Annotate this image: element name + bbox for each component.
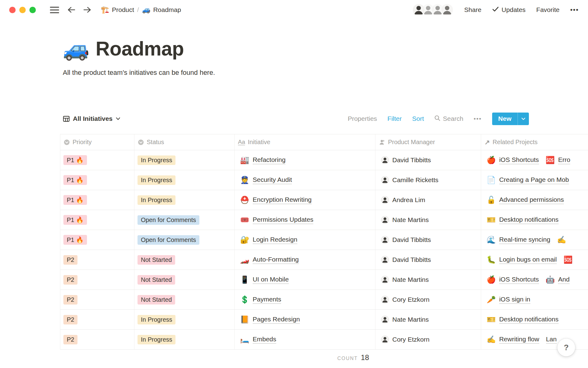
priority-tag[interactable]: P2 [63,335,77,344]
initiative-link[interactable]: Encryption Rewriting [253,196,312,204]
related-project-link[interactable]: Lan [546,335,557,344]
new-button[interactable]: New [492,113,529,125]
priority-tag[interactable]: P1 🔥 [63,155,87,165]
properties-button[interactable]: Properties [348,115,377,122]
column-header-related-projects[interactable]: ↗ Related Projects [481,134,588,150]
chevron-down-icon [116,116,120,121]
breadcrumb-item-roadmap[interactable]: 🚙 Roadmap [142,6,181,13]
initiative-link[interactable]: Embeds [253,335,276,344]
related-project-link[interactable]: Desktop notifications [499,216,559,224]
pm-cell[interactable]: David Tibbitts [375,250,481,270]
pm-cell[interactable]: Nate Martins [375,270,481,289]
search-button[interactable]: Search [434,115,463,123]
view-more-options-icon[interactable]: ••• [474,115,482,122]
favorite-button[interactable]: Favorite [536,6,560,13]
breadcrumb-item-product[interactable]: 🏗️ Product [101,6,134,13]
avatar [381,216,389,224]
column-header-priority[interactable]: Priority [60,134,134,150]
related-project-link[interactable]: Rewriting flow [499,335,539,344]
table-header-row: Priority Initiative Status Aa Initiative… [60,134,588,150]
pm-cell[interactable]: David Tibbitts [375,230,481,250]
initiative-link[interactable]: Payments [253,296,281,304]
page-emoji-icon: 📙 [240,316,249,323]
car-icon: 🚙 [142,6,150,13]
related-project-link[interactable]: Real-time syncing [499,236,550,244]
collaborator-avatars[interactable] [412,3,454,16]
status-tag[interactable]: In Progress [138,195,175,205]
related-project-link[interactable]: And [558,276,569,284]
close-window-button[interactable] [9,7,16,13]
related-project-link[interactable]: Advanced permissions [499,196,564,204]
minimize-window-button[interactable] [19,7,26,13]
pm-cell[interactable]: Nate Martins [375,210,481,230]
pm-cell[interactable]: Nate Martins [375,310,481,329]
related-project-link[interactable]: Desktop notifications [499,316,559,324]
pm-cell[interactable]: Cory Etzkorn [375,290,481,309]
view-selector[interactable]: All Initiatives [63,115,120,122]
related-project-link[interactable]: Creating a Page on Mob [499,176,569,184]
status-tag[interactable]: Open for Comments [138,215,199,225]
status-tag[interactable]: Not Started [138,255,175,265]
page-emoji-icon: 🏭 [240,156,249,164]
related-project-link[interactable]: Erro [558,156,570,164]
pm-name: Camille Ricketts [392,176,439,184]
filter-button[interactable]: Filter [387,115,402,122]
status-tag[interactable]: Not Started [138,275,175,285]
sort-button[interactable]: Sort [412,115,424,122]
new-dropdown-chevron-icon[interactable] [518,113,529,125]
zoom-window-button[interactable] [29,7,36,13]
table-count[interactable]: COUNT18 [60,353,372,362]
priority-tag[interactable]: P2 [63,315,77,324]
page-icon[interactable]: 🚙 [63,38,89,59]
pm-cell[interactable]: Camille Ricketts [375,170,481,190]
initiative-link[interactable]: Permissions Updates [253,216,313,224]
related-project-link[interactable]: Login bugs on email [499,256,557,264]
status-tag[interactable]: In Progress [138,155,175,165]
column-header-status[interactable]: Initiative Status [134,134,235,150]
status-tag[interactable]: In Progress [138,175,175,185]
page-emoji-icon: 📄 [487,176,496,184]
table-row: P1 🔥 In Progress 👮Security Audit Camille… [60,170,588,190]
more-options-icon[interactable]: ••• [570,6,579,13]
pm-name: Cory Etzkorn [392,336,429,343]
priority-tag[interactable]: P1 🔥 [63,195,87,205]
related-project-link[interactable]: iOS Shortcuts [499,156,539,164]
relation-property-icon: ↗ [484,139,490,146]
updates-button[interactable]: Updates [492,6,526,13]
initiatives-table: Priority Initiative Status Aa Initiative… [60,134,588,350]
priority-tag[interactable]: P1 🔥 [63,235,87,245]
priority-tag[interactable]: P2 [63,295,77,305]
page-title[interactable]: Roadmap [96,37,184,60]
priority-tag[interactable]: P2 [63,275,77,285]
pm-cell[interactable]: Cory Etzkorn [375,330,481,349]
forward-arrow-icon[interactable] [83,6,92,13]
initiative-link[interactable]: Refactoring [253,156,285,164]
view-toolbar: All Initiatives Properties Filter Sort S… [63,112,529,126]
priority-tag[interactable]: P1 🔥 [63,175,87,185]
status-tag[interactable]: Open for Comments [138,235,199,245]
page-description[interactable]: All the product team's initiatives can b… [63,69,215,77]
avatar [381,196,389,204]
pm-cell[interactable]: Andrea Lim [375,190,481,210]
column-header-initiative[interactable]: Aa Initiative [235,134,375,150]
initiative-link[interactable]: UI on Mobile [253,276,289,284]
help-button[interactable]: ? [557,339,575,356]
status-tag[interactable]: In Progress [138,315,175,324]
back-arrow-icon[interactable] [67,6,76,13]
initiative-link[interactable]: Auto-Formatting [253,256,299,264]
sidebar-menu-icon[interactable] [50,7,59,13]
related-project-link[interactable]: iOS sign in [499,296,530,304]
notion-window: 🏗️ Product / 🚙 Roadmap Share Updates [0,0,588,368]
initiative-link[interactable]: Pages Redesign [253,316,300,324]
status-tag[interactable]: Not Started [138,295,175,305]
pm-cell[interactable]: David Tibbitts [375,150,481,170]
priority-tag[interactable]: P2 [63,255,77,265]
share-button[interactable]: Share [464,6,481,13]
select-property-icon [64,139,70,145]
initiative-link[interactable]: Security Audit [253,176,292,184]
status-tag[interactable]: In Progress [138,335,175,344]
related-project-link[interactable]: iOS Shortcuts [499,276,539,284]
initiative-link[interactable]: Login Redesign [253,236,297,244]
priority-tag[interactable]: P1 🔥 [63,215,87,225]
column-header-product-manager[interactable]: Product Manager [375,134,481,150]
